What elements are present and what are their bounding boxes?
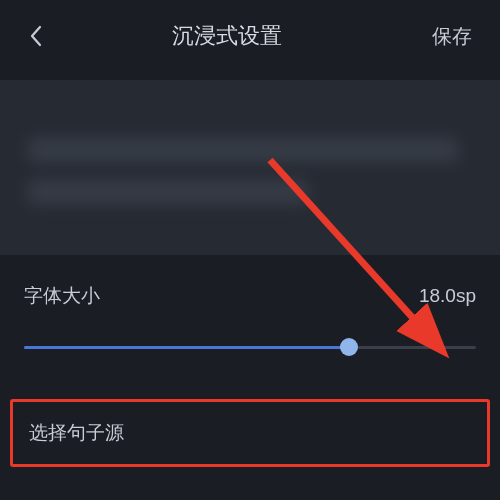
save-button[interactable]: 保存 (432, 23, 472, 50)
font-size-row: 字体大小 18.0sp (24, 283, 476, 309)
preview-text-line (28, 138, 458, 162)
slider-fill (24, 346, 349, 349)
preview-text-line (28, 180, 308, 204)
font-size-section: 字体大小 18.0sp (0, 255, 500, 359)
preview-panel (0, 80, 500, 255)
font-size-value: 18.0sp (419, 285, 476, 307)
sentence-source-label: 选择句子源 (29, 422, 124, 443)
select-sentence-source-item[interactable]: 选择句子源 (10, 399, 490, 467)
page-title: 沉浸式设置 (22, 21, 432, 51)
slider-thumb[interactable] (340, 338, 358, 356)
header-bar: 沉浸式设置 保存 (0, 0, 500, 72)
font-size-slider[interactable] (24, 335, 476, 359)
font-size-label: 字体大小 (24, 283, 100, 309)
